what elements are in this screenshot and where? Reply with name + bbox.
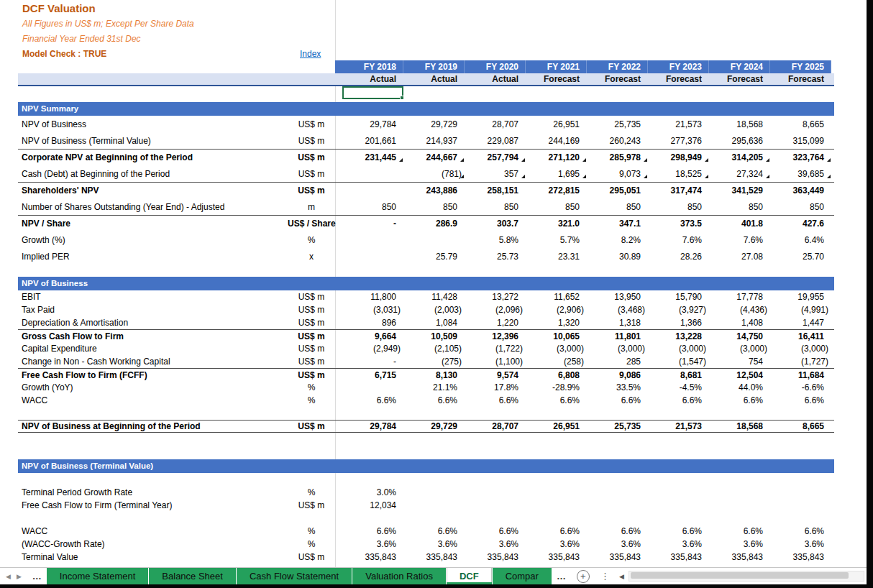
value-cell[interactable]: (3,000) [526,344,587,354]
value-cell[interactable]: 17,778 [709,292,770,302]
unit-cell[interactable]: % [288,382,335,392]
value-cell[interactable]: 44.0% [709,382,770,392]
tab-overflow-right-button[interactable]: … [552,568,571,584]
unit-cell[interactable]: % [288,235,335,245]
section-header[interactable]: NPV of Business (Terminal Value) [18,459,834,473]
value-cell[interactable]: 6.6% [526,526,587,536]
value-cell[interactable]: (2,906) [526,305,587,315]
value-cell[interactable]: 357 [465,169,526,179]
row-label[interactable]: Free Cash Flow to Firm (FCFF) [18,370,288,380]
value-cell[interactable]: 21,573 [648,421,709,431]
value-cell[interactable]: 25,735 [587,119,648,129]
value-cell[interactable]: 3.6% [587,539,648,549]
section-header[interactable]: NPV of Business [18,277,834,290]
value-cell[interactable]: 33.5% [587,382,648,392]
value-cell[interactable]: 6.6% [587,395,648,405]
column-header-year[interactable]: FY 2025 [770,60,831,73]
value-cell[interactable]: 6.6% [648,526,709,536]
unit-cell[interactable]: % [288,487,335,497]
value-cell[interactable]: 29,729 [403,421,465,431]
value-cell[interactable]: (3,031) [342,305,403,315]
unit-cell[interactable]: % [288,526,335,536]
value-cell[interactable]: 27,324 [709,169,770,179]
unit-cell[interactable]: US$ m [288,305,335,315]
value-cell[interactable]: 335,843 [403,552,465,562]
value-cell[interactable]: 12,396 [465,331,526,341]
value-cell[interactable]: 373.5 [648,219,709,229]
value-cell[interactable]: 13,950 [587,292,648,302]
row-label[interactable]: Terminal Period Growth Rate [18,487,288,497]
unit-cell[interactable]: US$ m [288,331,335,341]
column-header-type[interactable]: Actual [403,73,465,85]
row-label[interactable]: Number of Shares Outstanding (Year End) … [18,202,288,212]
value-cell[interactable]: 850 [403,202,465,212]
value-cell[interactable]: 9,574 [465,370,526,380]
column-header-type[interactable]: Actual [342,73,403,85]
value-cell[interactable]: -4.5% [648,382,709,392]
value-cell[interactable]: 7.6% [709,235,770,245]
value-cell[interactable]: 850 [342,202,403,212]
unit-cell[interactable]: US$ / Share [288,219,335,229]
value-cell[interactable]: 17.8% [465,382,526,392]
row-label[interactable]: NPV of Business (Terminal Value) [18,136,288,146]
value-cell[interactable]: 401.8 [709,219,770,229]
value-cell[interactable]: 26,951 [526,421,587,431]
value-cell[interactable]: (1,727) [770,357,831,367]
value-cell[interactable]: 850 [465,202,526,212]
value-cell[interactable]: 335,843 [526,552,587,562]
row-label[interactable]: Cash (Debt) at Beginning of the Period [18,169,288,179]
value-cell[interactable]: 27.08 [709,252,770,262]
column-header-year[interactable]: FY 2024 [709,60,770,73]
value-cell[interactable]: 28,707 [465,119,526,129]
value-cell[interactable]: 25.70 [770,252,831,262]
value-cell[interactable]: 12,504 [709,370,770,380]
horizontal-scrollbar[interactable] [629,571,864,582]
column-header-type[interactable]: Actual [465,73,526,85]
unit-cell[interactable]: US$ m [288,185,335,196]
value-cell[interactable]: 3.6% [465,539,526,549]
row-label[interactable]: Tax Paid [18,305,288,315]
value-cell[interactable]: 8.2% [587,235,648,245]
value-cell[interactable]: (3,927) [648,305,709,315]
row-label[interactable]: NPV of Business at Beginning of the Peri… [18,421,288,431]
value-cell[interactable]: 12,034 [342,500,403,510]
value-cell[interactable]: 315,099 [770,136,831,146]
unit-cell[interactable]: US$ m [288,169,335,179]
value-cell[interactable]: 21.1% [403,382,465,392]
value-cell[interactable]: (2,105) [403,344,465,354]
column-header-type[interactable]: Forecast [648,73,709,85]
value-cell[interactable]: 11,801 [587,331,648,341]
row-label[interactable]: Free Cash Flow to Firm (Terminal Year) [18,500,288,510]
value-cell[interactable]: (2,096) [465,305,526,315]
value-cell[interactable]: 321.0 [526,219,587,229]
value-cell[interactable]: 6,808 [526,370,587,380]
value-cell[interactable]: 3.6% [709,539,770,549]
value-cell[interactable]: 850 [526,202,587,212]
value-cell[interactable]: (258) [526,357,587,367]
value-cell[interactable]: 1,447 [770,318,831,328]
value-cell[interactable]: 850 [770,202,831,212]
row-label[interactable]: (WACC-Growth Rate) [18,539,288,549]
value-cell[interactable]: 9,073 [587,169,648,179]
value-cell[interactable]: 335,843 [342,552,403,562]
row-label[interactable]: Corporate NPV at Beginning of the Period [18,152,288,162]
value-cell[interactable]: 347.1 [587,219,648,229]
selected-cell[interactable] [342,86,403,99]
value-cell[interactable]: 335,843 [587,552,648,562]
value-cell[interactable]: 25.79 [403,252,465,262]
value-cell[interactable]: (275) [403,357,465,367]
tab-overflow-left-button[interactable]: … [27,568,47,584]
row-label[interactable]: Gross Cash Flow to Firm [18,331,288,341]
value-cell[interactable]: 15,790 [648,292,709,302]
value-cell[interactable]: 3.6% [526,539,587,549]
column-header-year[interactable]: FY 2021 [526,60,587,73]
value-cell[interactable]: 8,681 [648,370,709,380]
unit-cell[interactable]: US$ m [288,318,335,328]
value-cell[interactable]: 1,695 [526,169,587,179]
value-cell[interactable]: 286.9 [403,219,465,229]
unit-cell[interactable]: US$ m [288,370,335,380]
value-cell[interactable]: -28.9% [526,382,587,392]
value-cell[interactable]: 850 [709,202,770,212]
value-cell[interactable]: 341,529 [709,185,770,196]
fill-handle[interactable] [400,96,404,100]
